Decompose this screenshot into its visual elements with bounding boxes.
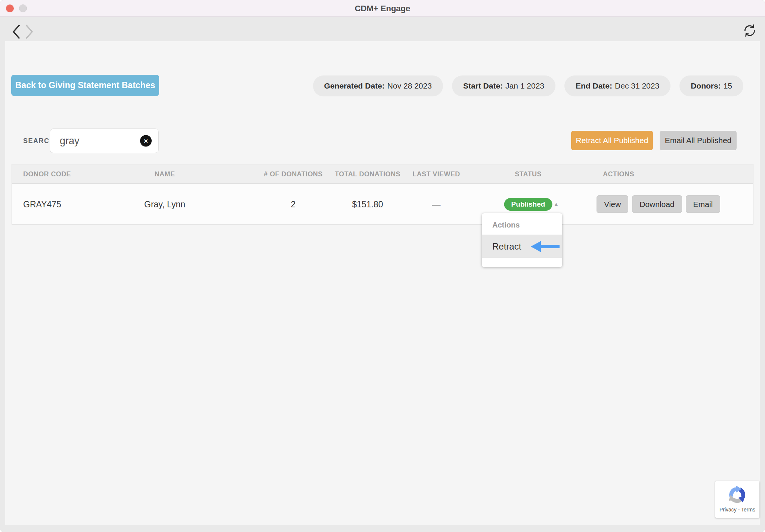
start-date-value: Jan 1 2023 [505, 81, 544, 90]
download-button[interactable]: Download [632, 195, 682, 213]
end-date-value: Dec 31 2023 [615, 81, 659, 90]
generated-date-label: Generated Date: [324, 81, 385, 90]
view-button[interactable]: View [597, 195, 628, 213]
col-header-last-viewed: LAST VIEWED [412, 170, 460, 178]
cell-num-donations: 2 [291, 200, 296, 210]
start-date-pill: Start Date: Jan 1 2023 [452, 75, 555, 96]
window-title: CDM+ Engage [0, 0, 765, 17]
cell-total-donations: $151.80 [352, 200, 383, 210]
back-to-batches-button[interactable]: Back to Giving Statement Batches [11, 75, 159, 96]
recaptcha-logo-icon [726, 484, 749, 506]
caret-up-icon[interactable]: ▲ [554, 201, 559, 207]
donors-count-label: Donors: [691, 81, 721, 90]
col-header-donor-code: DONOR CODE [23, 170, 71, 178]
table-row: GRAY475 Gray, Lynn 2 $151.80 — Published… [12, 184, 753, 225]
recaptcha-badge: Privacy - Terms [715, 481, 759, 518]
col-header-num-donations: # OF DONATIONS [264, 170, 322, 178]
status-actions-dropdown: Actions Retract [482, 213, 562, 267]
clear-search-button[interactable]: ✕ [140, 135, 152, 147]
donors-count-value: 15 [724, 81, 732, 90]
refresh-button[interactable] [742, 23, 758, 40]
retract-item-label: Retract [492, 241, 521, 252]
chevron-right-icon [24, 24, 34, 40]
arrow-head [531, 241, 541, 252]
app-window: CDM+ Engage Back to Giving Statement Bat… [0, 0, 765, 532]
cell-name: Gray, Lynn [144, 200, 185, 210]
donors-table: DONOR CODE NAME # OF DONATIONS TOTAL DON… [12, 164, 753, 225]
main-content: Back to Giving Statement Batches Generat… [5, 41, 760, 525]
forward-nav-button[interactable] [24, 24, 34, 41]
titlebar: CDM+ Engage [0, 0, 765, 17]
email-button[interactable]: Email [686, 195, 721, 213]
dropdown-item-retract[interactable]: Retract [482, 235, 562, 258]
retract-all-published-button[interactable]: Retract All Published [571, 131, 653, 150]
cell-donor-code: GRAY475 [23, 200, 61, 210]
generated-date-pill: Generated Date: Nov 28 2023 [313, 75, 443, 96]
annotation-arrow-icon [531, 241, 560, 252]
end-date-label: End Date: [576, 81, 612, 90]
col-header-total-donations: TOTAL DONATIONS [335, 170, 400, 178]
cell-last-viewed: — [432, 200, 441, 210]
status-badge-published[interactable]: Published [504, 198, 552, 211]
chevron-left-icon [11, 24, 22, 40]
table-header-row: DONOR CODE NAME # OF DONATIONS TOTAL DON… [12, 164, 753, 184]
donors-count-pill: Donors: 15 [679, 75, 743, 96]
col-header-name: NAME [155, 170, 175, 178]
arrow-shaft [541, 245, 560, 248]
back-nav-button[interactable] [11, 24, 22, 41]
generated-date-value: Nov 28 2023 [387, 81, 432, 90]
batch-info-pills: Generated Date: Nov 28 2023 Start Date: … [313, 75, 743, 96]
clear-x-icon: ✕ [143, 137, 148, 144]
email-all-published-button[interactable]: Email All Published [660, 131, 737, 150]
col-header-actions: ACTIONS [603, 170, 634, 178]
end-date-pill: End Date: Dec 31 2023 [564, 75, 670, 96]
search-box: ✕ [50, 129, 159, 153]
row-action-buttons: View Download Email [597, 195, 720, 213]
col-header-status: STATUS [515, 170, 542, 178]
privacy-terms-links[interactable]: Privacy - Terms [719, 507, 755, 513]
dropdown-header: Actions [482, 213, 562, 235]
refresh-icon [742, 23, 758, 38]
start-date-label: Start Date: [463, 81, 503, 90]
